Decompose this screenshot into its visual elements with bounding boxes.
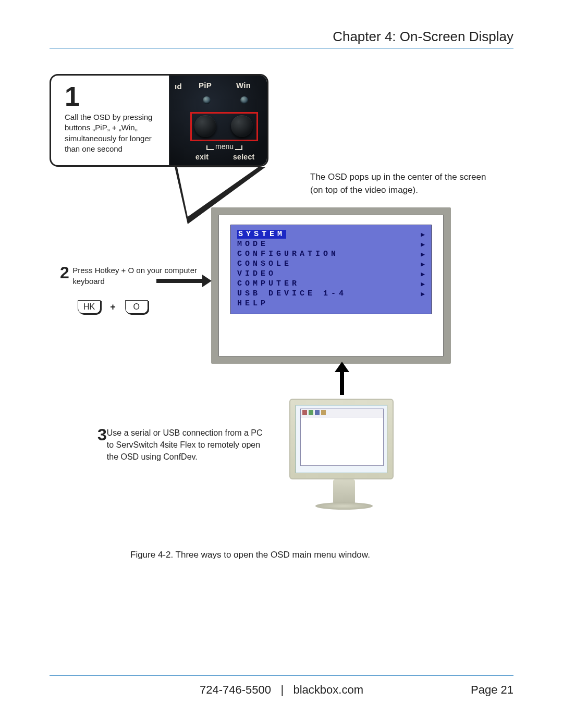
step2-text: Press Hotkey + O on your computer keyboa… — [72, 263, 201, 287]
device-led-2 — [240, 96, 248, 104]
keycap-plus: + — [110, 302, 116, 313]
device-label-win: Win — [236, 81, 251, 90]
osd-item-console: CONSOLE▶ — [237, 259, 425, 269]
osd-note: The OSD pops up in the center of the scr… — [310, 171, 493, 196]
osd-item-configuration: CONFIGURATION▶ — [237, 249, 425, 259]
step1-number: 1 — [65, 83, 169, 110]
osd-menu-panel: SYSTEM▶ MODE▶ CONFIGURATION▶ CONSOLE▶ VI… — [230, 225, 432, 314]
footer-phone: 724-746-5500 — [200, 683, 271, 696]
chapter-title: Chapter 4: On-Screen Display — [50, 29, 513, 48]
footer-rule — [50, 675, 513, 676]
device-label-select: select — [233, 153, 255, 161]
pc-monitor-illustration — [289, 399, 399, 510]
osd-item-usb-device: USB DEVICE 1-4▶ — [237, 289, 425, 299]
arrow-right-icon — [156, 279, 203, 283]
device-knob-exit — [194, 115, 216, 137]
figure-caption: Figure 4-2. Three ways to open the OSD m… — [130, 550, 370, 560]
step2-block: 2 Press Hotkey + O on your computer keyb… — [60, 263, 201, 314]
page-footer: . 724-746-5500 | blackbox.com Page 21 — [50, 675, 513, 697]
device-photo: ıd PiP Win menu exit select — [169, 76, 267, 165]
step1-text: Call the OSD by pressing buttons „PiP„ +… — [65, 112, 169, 154]
keycap-o: O — [125, 300, 148, 314]
device-label-exit: exit — [195, 153, 209, 161]
footer-site: blackbox.com — [293, 683, 363, 696]
step3-number: 3 — [97, 425, 107, 445]
step1-callout: 1 Call the OSD by pressing buttons „PiP„… — [50, 74, 268, 167]
keycap-hk: HK — [78, 300, 101, 314]
device-knob-select — [231, 115, 253, 137]
footer-separator: | — [280, 683, 284, 696]
osd-monitor: SYSTEM▶ MODE▶ CONFIGURATION▶ CONSOLE▶ VI… — [211, 207, 451, 364]
step2-number: 2 — [60, 263, 72, 282]
osd-item-video: VIDEO▶ — [237, 269, 425, 279]
header-rule — [50, 48, 513, 48]
osd-item-system: SYSTEM▶ — [237, 229, 425, 239]
confdev-window — [300, 409, 384, 466]
step3-text: Use a serial or USB connection from a PC… — [107, 425, 264, 463]
osd-item-computer: COMPUTER▶ — [237, 279, 425, 289]
device-led-1 — [203, 96, 211, 104]
osd-item-help: HELP — [237, 299, 425, 309]
device-label-menu: menu — [205, 142, 244, 151]
step3-block: 3 Use a serial or USB connection from a … — [97, 425, 264, 463]
arrow-up-icon — [340, 371, 344, 395]
device-label-ld: ıd — [175, 82, 182, 91]
device-label-pip: PiP — [199, 81, 212, 90]
osd-item-mode: MODE▶ — [237, 239, 425, 249]
